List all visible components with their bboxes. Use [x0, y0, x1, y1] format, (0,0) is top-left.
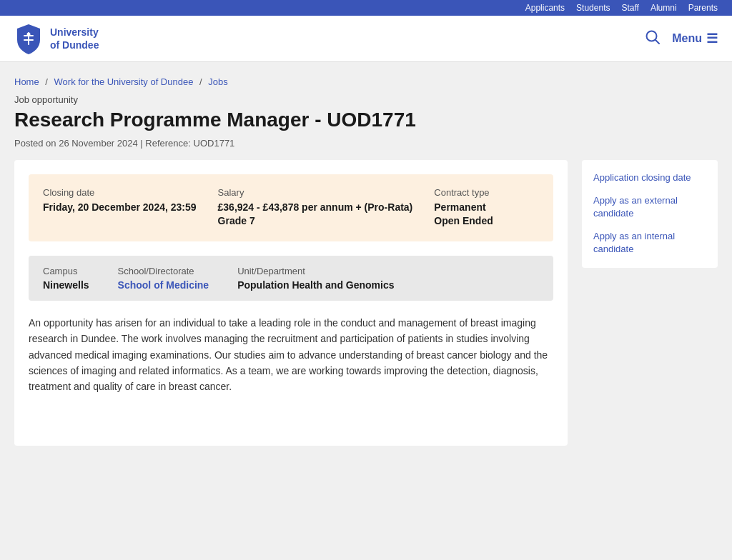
- page-wrapper: Home / Work for the University of Dundee…: [0, 62, 732, 558]
- breadcrumb-sep1: /: [45, 76, 50, 87]
- unit-label: Unit/Department: [237, 266, 394, 276]
- salary-value: £36,924 - £43,878 per annum + (Pro-Rata): [218, 201, 413, 215]
- unit-value: Population Health and Genomics: [237, 279, 394, 291]
- salary-col: Salary £36,924 - £43,878 per annum + (Pr…: [218, 187, 413, 229]
- contract-value: Permanent: [434, 201, 493, 215]
- breadcrumb: Home / Work for the University of Dundee…: [14, 76, 718, 87]
- main-content: Closing date Friday, 20 December 2024, 2…: [14, 160, 568, 446]
- menu-button[interactable]: Menu ☰: [672, 31, 718, 46]
- search-icon: [645, 29, 661, 45]
- hamburger-icon: ☰: [706, 31, 718, 46]
- menu-label: Menu: [672, 32, 702, 45]
- school-link[interactable]: School of Medicine: [118, 279, 209, 291]
- job-category: Job opportunity: [14, 94, 718, 105]
- job-meta: Posted on 26 November 2024 | Reference: …: [14, 138, 718, 149]
- campus-box: Campus Ninewells School/Directorate Scho…: [29, 256, 553, 301]
- breadcrumb-home[interactable]: Home: [14, 76, 39, 87]
- utility-applicants[interactable]: Applicants: [525, 3, 565, 13]
- application-closing-date-link[interactable]: Application closing date: [593, 171, 706, 184]
- campus-col: Campus Ninewells: [43, 266, 89, 291]
- closing-date-label: Closing date: [43, 187, 197, 198]
- school-col: School/Directorate School of Medicine: [118, 266, 209, 291]
- content-layout: Closing date Friday, 20 December 2024, 2…: [14, 160, 718, 446]
- utility-alumni[interactable]: Alumni: [651, 3, 677, 13]
- campus-label: Campus: [43, 266, 89, 276]
- university-name: University of Dundee: [50, 26, 99, 51]
- job-description: An opportunity has arisen for an individ…: [29, 315, 553, 395]
- unit-col: Unit/Department Population Health and Ge…: [237, 266, 394, 291]
- svg-point-0: [27, 33, 31, 36]
- contract-sub: Open Ended: [434, 214, 493, 229]
- salary-label: Salary: [218, 187, 413, 198]
- breadcrumb-work[interactable]: Work for the University of Dundee: [54, 76, 194, 87]
- school-value: School of Medicine: [118, 279, 209, 291]
- job-info-box: Closing date Friday, 20 December 2024, 2…: [29, 174, 553, 241]
- utility-students[interactable]: Students: [576, 3, 610, 13]
- search-button[interactable]: [645, 29, 661, 49]
- breadcrumb-jobs[interactable]: Jobs: [208, 76, 227, 87]
- closing-date-value: Friday, 20 December 2024, 23:59: [43, 201, 197, 215]
- school-label: School/Directorate: [118, 266, 209, 276]
- header-actions: Menu ☰: [645, 29, 718, 49]
- svg-line-2: [656, 39, 660, 44]
- breadcrumb-sep2: /: [199, 76, 204, 87]
- job-header: Job opportunity Research Programme Manag…: [14, 94, 718, 149]
- utility-staff[interactable]: Staff: [621, 3, 638, 13]
- utility-bar: Applicants Students Staff Alumni Parents: [0, 0, 732, 16]
- apply-external-link[interactable]: Apply as an external candidate: [593, 194, 706, 220]
- closing-date-col: Closing date Friday, 20 December 2024, 2…: [43, 187, 197, 229]
- university-logo-icon: [14, 23, 43, 54]
- sidebar: Application closing date Apply as an ext…: [582, 160, 718, 268]
- page-title: Research Programme Manager - UOD1771: [14, 108, 718, 132]
- utility-parents[interactable]: Parents: [688, 3, 718, 13]
- apply-internal-link[interactable]: Apply as an internal candidate: [593, 230, 706, 256]
- campus-value: Ninewells: [43, 279, 89, 291]
- site-header: University of Dundee Menu ☰: [0, 16, 732, 62]
- logo-area: University of Dundee: [14, 23, 99, 54]
- contract-label: Contract type: [434, 187, 493, 198]
- contract-col: Contract type Permanent Open Ended: [434, 187, 493, 229]
- grade-value: Grade 7: [218, 214, 413, 229]
